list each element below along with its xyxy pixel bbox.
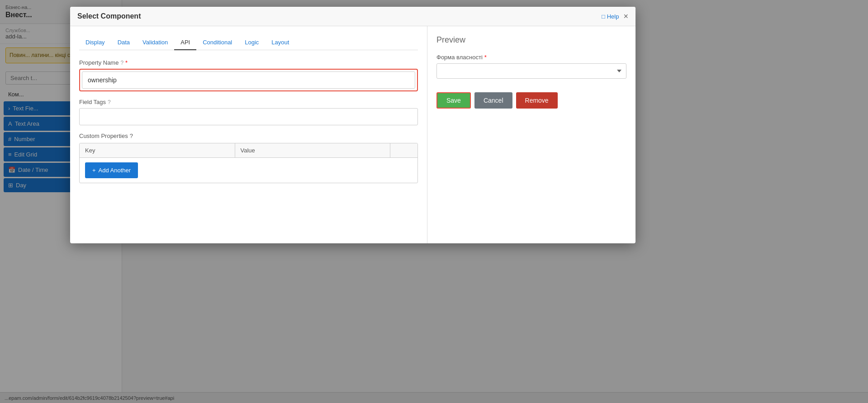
field-tags-label: Field Tags ? (79, 99, 418, 105)
action-buttons: Save Cancel Remove (436, 92, 626, 109)
field-tags-input[interactable] (79, 108, 418, 125)
property-name-wrapper (79, 69, 418, 91)
property-name-input[interactable] (82, 71, 415, 89)
field-tags-help-icon[interactable]: ? (108, 99, 111, 105)
forma-label: Форма власності * (436, 54, 626, 61)
modal-dialog: Select Component □ Help × Display Data V… (70, 7, 636, 243)
remove-button[interactable]: Remove (516, 92, 558, 109)
tab-data[interactable]: Data (111, 35, 136, 50)
custom-properties-group: Custom Properties ? Key Value + Add Anot… (79, 133, 418, 183)
tab-bar: Display Data Validation API Conditional … (79, 35, 418, 50)
add-another-button[interactable]: + Add Another (85, 162, 138, 178)
tab-display[interactable]: Display (79, 35, 111, 50)
property-name-group: Property Name ? * (79, 59, 418, 91)
close-button[interactable]: × (623, 12, 628, 20)
modal-left-panel: Display Data Validation API Conditional … (70, 26, 427, 243)
custom-properties-header: Key Value (80, 143, 417, 158)
property-name-help-icon[interactable]: ? (120, 60, 123, 66)
question-icon: □ (602, 13, 605, 20)
modal-header: Select Component □ Help × (70, 7, 636, 26)
col-value-header: Value (235, 143, 391, 157)
modal-body: Display Data Validation API Conditional … (70, 26, 636, 243)
forma-required-star: * (484, 54, 487, 61)
modal-right-panel: Preview Форма власності * Save Cancel Re… (427, 26, 636, 243)
cancel-button[interactable]: Cancel (474, 92, 512, 109)
add-another-label: Add Another (99, 167, 131, 174)
tab-api[interactable]: API (174, 35, 196, 50)
custom-properties-label: Custom Properties ? (79, 133, 418, 139)
property-name-required-star: * (125, 59, 128, 66)
tab-layout[interactable]: Layout (265, 35, 295, 50)
preview-title: Preview (436, 35, 626, 45)
tab-validation[interactable]: Validation (136, 35, 174, 50)
property-name-label: Property Name ? * (79, 59, 418, 66)
plus-icon: + (92, 167, 96, 174)
col-key-header: Key (80, 143, 235, 157)
tab-conditional[interactable]: Conditional (196, 35, 238, 50)
modal-header-right: □ Help × (602, 12, 628, 20)
col-action-header (390, 143, 417, 157)
custom-properties-table: Key Value + Add Another (79, 143, 418, 183)
forma-select[interactable] (436, 63, 626, 79)
save-button[interactable]: Save (436, 92, 471, 109)
help-label: Help (607, 13, 619, 20)
modal-title: Select Component (77, 12, 141, 20)
help-link[interactable]: □ Help (602, 13, 619, 20)
custom-properties-body: + Add Another (80, 158, 417, 183)
tab-logic[interactable]: Logic (238, 35, 265, 50)
custom-properties-help-icon[interactable]: ? (130, 133, 133, 139)
field-tags-group: Field Tags ? (79, 99, 418, 125)
